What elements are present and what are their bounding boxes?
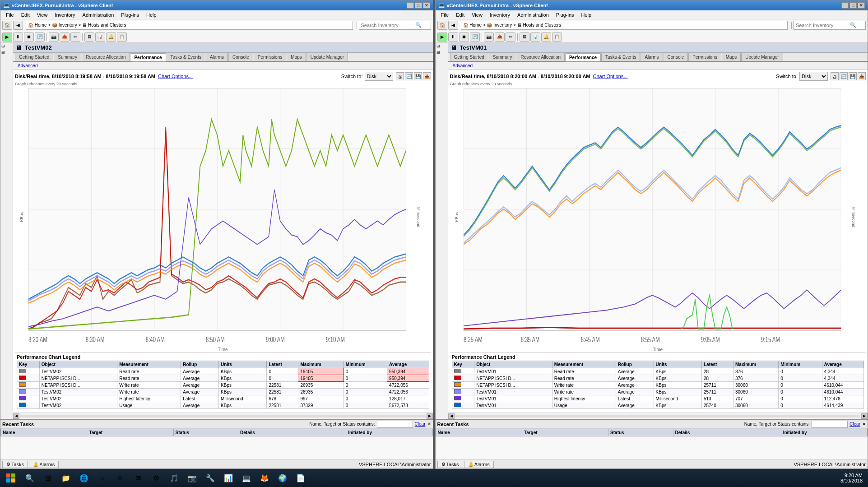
menu-help[interactable]: Help [143,11,160,19]
right-sidebar-toggle[interactable]: ⊞ [436,43,448,49]
right-toolbar-btn2[interactable]: ◀ [448,21,458,30]
toolbar-btn2[interactable]: ◀ [13,21,23,30]
taskbar-ie[interactable]: 🌐 [76,471,92,485]
taskbar-task-view[interactable]: ⊞ [40,471,56,485]
chart-print-btn[interactable]: 🖨 [396,72,404,80]
chart-export-btn[interactable]: 📤 [423,72,431,80]
right-tab-alarms[interactable]: Alarms [641,53,663,61]
right-alert-btn[interactable]: 🔔 [541,32,551,42]
taskbar-cortana[interactable]: ○ [94,471,110,485]
edit-btn[interactable]: ✏ [70,32,80,42]
scroll-left[interactable]: ◀ [13,413,19,419]
right-snapshot-btn[interactable]: 📷 [484,32,494,42]
chart-save-btn[interactable]: 💾 [414,72,422,80]
left-tasks-filter[interactable] [377,421,413,428]
sidebar-item1[interactable]: ⊞ [0,49,13,56]
right-tab-summary[interactable]: Summary [489,53,516,61]
power-on-btn[interactable]: ▶ [2,32,12,42]
taskbar-app5[interactable]: 📊 [220,471,237,485]
right-chart-refresh-btn[interactable]: 🔄 [840,72,848,80]
maximize-btn[interactable]: □ [415,2,422,9]
pause-btn[interactable]: ⏸ [13,32,23,42]
tab-tasks-events[interactable]: Tasks & Events [167,53,205,61]
tab-performance[interactable]: Performance [130,53,166,61]
right-tab-tasks-events[interactable]: Tasks & Events [601,53,640,61]
menu-edit[interactable]: Edit [18,11,33,19]
sub-tab-advanced[interactable]: Advanced [15,63,40,69]
minimize-btn[interactable]: _ [407,2,414,9]
taskbar-file-explorer[interactable]: 📁 [58,471,74,485]
right-tab-maps[interactable]: Maps [722,53,741,61]
menu-file[interactable]: File [2,11,18,19]
right-sub-tab-advanced[interactable]: Advanced [450,63,475,69]
taskbar-app1[interactable]: ⚙ [148,471,164,485]
close-btn[interactable]: ✕ [423,2,430,9]
taskbar-app7[interactable]: 🦊 [256,471,273,485]
right-menu-edit[interactable]: Edit [452,11,468,19]
right-scroll-right[interactable]: ▶ [861,413,868,419]
taskbar-mail[interactable]: ✉ [130,471,146,485]
right-toolbar-home-btn[interactable]: 🏠 [437,21,447,30]
taskbar-app8[interactable]: 🌍 [274,471,291,485]
tab-maps[interactable]: Maps [287,53,306,61]
toolbar-home-btn[interactable]: 🏠 [2,21,12,30]
right-console-btn[interactable]: 🖥 [520,32,529,42]
right-chart-options-link[interactable]: Chart Options... [593,74,628,79]
left-switch-select[interactable]: Disk CPU Memory Network [365,72,393,81]
right-sidebar-item[interactable]: ⊞ [436,49,448,56]
right-menu-help[interactable]: Help [578,11,595,19]
right-tab-getting-started[interactable]: Getting Started [450,53,488,61]
right-tasks-clear[interactable]: Clear [849,422,860,427]
menu-administration[interactable]: Administration [79,11,118,19]
left-tasks-close[interactable]: ✕ [427,422,431,427]
right-task-btn[interactable]: 📋 [552,32,562,42]
taskbar-edge[interactable]: e [112,471,128,485]
tab-alarms[interactable]: Alarms [206,53,228,61]
taskbar-app3[interactable]: 📷 [184,471,200,485]
right-migrate-btn[interactable]: 📤 [495,32,505,42]
right-maximize-btn[interactable]: □ [849,2,857,9]
right-menu-plugins[interactable]: Plug-ins [552,11,578,19]
right-tasks-tab[interactable]: ⚙ Tasks [437,461,463,468]
tab-summary[interactable]: Summary [54,53,81,61]
tab-update-manager[interactable]: Update Manager [306,53,348,61]
right-close-btn[interactable]: ✕ [858,2,865,9]
right-tasks-close[interactable]: ✕ [862,422,866,427]
chart-refresh-btn[interactable]: 🔄 [405,72,413,80]
taskbar-app2[interactable]: 🎵 [166,471,182,485]
right-reset-btn[interactable]: 🔄 [470,32,480,42]
left-tasks-tab[interactable]: ⚙ Tasks [2,461,28,468]
left-tasks-clear[interactable]: Clear [415,422,426,427]
right-alarms-tab[interactable]: 🔔 Alarms [464,461,494,468]
right-h-scrollbar[interactable]: ◀ ▶ [448,413,868,419]
stop-btn[interactable]: ⏹ [24,32,34,42]
scroll-right[interactable]: ▶ [427,413,433,419]
menu-view[interactable]: View [33,11,51,19]
menu-inventory[interactable]: Inventory [51,11,79,19]
right-search-input[interactable] [796,23,850,28]
right-menu-view[interactable]: View [468,11,486,19]
task-btn[interactable]: 📋 [117,32,127,42]
right-tab-performance[interactable]: Performance [565,53,601,61]
migrate-btn[interactable]: 📤 [60,32,70,42]
snapshot-btn[interactable]: 📷 [49,32,59,42]
right-tab-console[interactable]: Console [664,53,688,61]
right-tab-permissions[interactable]: Permissions [688,53,721,61]
right-chart-print-btn[interactable]: 🖨 [831,72,839,80]
right-power-on-btn[interactable]: ▶ [437,32,447,42]
right-menu-file[interactable]: File [437,11,453,19]
right-menu-administration[interactable]: Administration [514,11,552,19]
right-scroll-left[interactable]: ◀ [448,413,455,419]
taskbar-search[interactable]: 🔍 [22,471,38,485]
right-minimize-btn[interactable]: _ [841,2,849,9]
right-chart-save-btn[interactable]: 💾 [849,72,857,80]
alert-btn[interactable]: 🔔 [106,32,116,42]
right-tasks-filter[interactable] [812,421,848,428]
right-pause-btn[interactable]: ⏸ [448,32,458,42]
sidebar-toggle[interactable]: ⊞ [0,43,13,49]
tab-console[interactable]: Console [228,53,253,61]
tab-permissions[interactable]: Permissions [254,53,286,61]
taskbar-app4[interactable]: 🔧 [202,471,218,485]
right-edit-btn[interactable]: ✏ [506,32,515,42]
search-input[interactable] [361,23,415,28]
